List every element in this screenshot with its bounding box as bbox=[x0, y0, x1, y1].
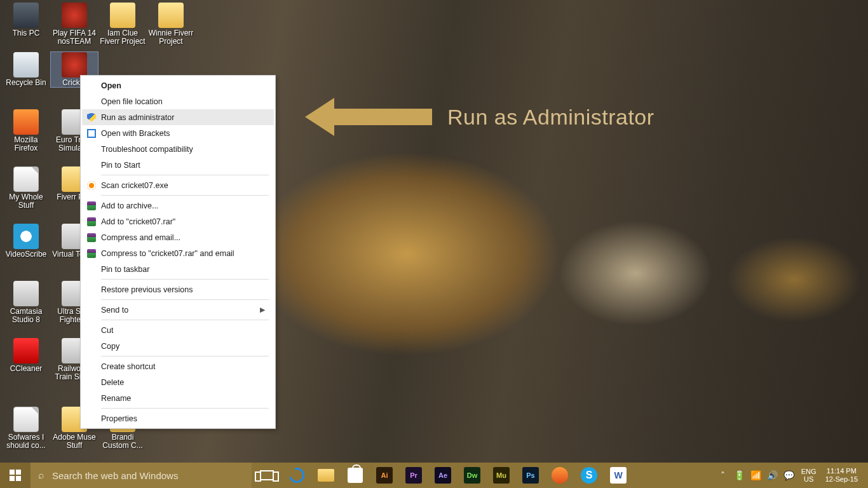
system-tray: ˄ 🔋 📶 🔊 💬 ENG US 11:14 PM 12-Sep-15 bbox=[715, 463, 868, 488]
folder-icon bbox=[318, 469, 334, 482]
app-icon bbox=[13, 224, 39, 249]
app-icon bbox=[62, 3, 87, 28]
winrar-icon bbox=[87, 249, 96, 258]
taskbar-illustrator[interactable]: Ai bbox=[370, 463, 399, 488]
desktop-icon[interactable]: This PC bbox=[3, 3, 50, 37]
desktop-icon[interactable]: Iam Clue Fiverr Project bbox=[99, 3, 146, 46]
taskbar-edge[interactable] bbox=[282, 463, 311, 488]
desktop-icon-label: CCleaner bbox=[3, 365, 50, 373]
desktop-icon[interactable]: Mozilla Firefox bbox=[3, 109, 50, 152]
ctx-run-as-administrator[interactable]: Run as administrator bbox=[82, 109, 274, 125]
ctx-compress-rar-and-email[interactable]: Compress to "cricket07.rar" and email bbox=[82, 245, 274, 261]
edge-icon bbox=[287, 465, 308, 486]
desktop-icon[interactable]: CCleaner bbox=[3, 338, 50, 373]
ctx-troubleshoot-compatibility[interactable]: Troubleshoot compatibility bbox=[82, 141, 274, 157]
app-icon bbox=[13, 52, 39, 78]
ctx-send-to[interactable]: Send to▶ bbox=[82, 302, 274, 318]
ctx-open[interactable]: Open bbox=[82, 78, 274, 93]
winrar-icon bbox=[87, 233, 96, 242]
ctx-scan[interactable]: Scan cricket07.exe bbox=[82, 177, 274, 193]
winrar-icon bbox=[87, 217, 96, 226]
ps-icon: Ps bbox=[522, 467, 539, 484]
skype-icon: S bbox=[581, 467, 597, 484]
ctx-properties[interactable]: Properties bbox=[82, 410, 274, 426]
tray-clock[interactable]: 11:14 PM 12-Sep-15 bbox=[820, 467, 863, 484]
desktop-icon[interactable]: Camtasia Studio 8 bbox=[3, 281, 50, 324]
desktop-icon-label: Adobe Muse Stuff bbox=[51, 433, 98, 450]
ctx-create-shortcut[interactable]: Create shortcut bbox=[82, 358, 274, 374]
tray-volume[interactable]: 🔊 bbox=[764, 463, 781, 488]
ctx-delete[interactable]: Delete bbox=[82, 374, 274, 390]
taskbar-file-explorer[interactable] bbox=[311, 463, 341, 488]
taskbar-after-effects[interactable]: Ae bbox=[428, 463, 458, 488]
context-menu: Open Open file location Run as administr… bbox=[80, 75, 276, 429]
taskbar-skype[interactable]: S bbox=[574, 463, 604, 488]
chevron-up-icon: ˄ bbox=[721, 470, 725, 480]
desktop-icon[interactable]: My Whole Stuff bbox=[3, 166, 50, 210]
notifications-icon: 💬 bbox=[783, 470, 794, 480]
ctx-cut[interactable]: Cut bbox=[82, 322, 274, 338]
shield-icon bbox=[87, 113, 96, 122]
search-placeholder: Search the web and Windows bbox=[52, 470, 178, 481]
taskbar-photoshop[interactable]: Ps bbox=[516, 463, 545, 488]
desktop-icon-label: Camtasia Studio 8 bbox=[3, 308, 50, 324]
ctx-rename[interactable]: Rename bbox=[82, 390, 274, 406]
desktop-icon[interactable]: Winnie Fiverr Project bbox=[147, 3, 194, 46]
ctx-add-to-archive[interactable]: Add to archive... bbox=[82, 198, 274, 214]
desktop-icon-label: VideoScribe bbox=[3, 250, 50, 259]
ctx-add-to-rar[interactable]: Add to "cricket07.rar" bbox=[82, 214, 274, 229]
ctx-compress-and-email[interactable]: Compress and email... bbox=[82, 229, 274, 245]
word-icon: W bbox=[610, 467, 627, 484]
tray-language[interactable]: ENG US bbox=[797, 468, 820, 483]
ctx-restore-previous-versions[interactable]: Restore previous versions bbox=[82, 281, 274, 297]
taskbar-apps: Ai Pr Ae Dw Mu Ps S W bbox=[282, 463, 633, 488]
speaker-icon: 🔊 bbox=[767, 470, 778, 480]
winrar-icon bbox=[87, 201, 96, 210]
taskbar-premiere[interactable]: Pr bbox=[399, 463, 428, 488]
app-icon bbox=[62, 52, 87, 78]
desktop-icon[interactable]: Sofwares I should co... bbox=[3, 407, 50, 450]
ai-icon: Ai bbox=[376, 467, 393, 484]
taskbar-store[interactable] bbox=[341, 463, 370, 488]
desktop-icon-label: Recycle Bin bbox=[3, 79, 50, 87]
desktop-icon-label: This PC bbox=[3, 29, 50, 37]
app-icon bbox=[13, 281, 39, 306]
desktop-icon-label: My Whole Stuff bbox=[3, 193, 50, 210]
battery-icon: 🔋 bbox=[734, 470, 745, 480]
taskbar: ⌕ Search the web and Windows Ai Pr Ae Dw… bbox=[0, 463, 868, 488]
tray-network[interactable]: 📶 bbox=[748, 463, 764, 488]
start-button[interactable] bbox=[0, 463, 31, 488]
taskbar-muse[interactable]: Mu bbox=[487, 463, 516, 488]
ctx-copy[interactable]: Copy bbox=[82, 338, 274, 354]
tray-battery[interactable]: 🔋 bbox=[731, 463, 748, 488]
ctx-pin-to-taskbar[interactable]: Pin to taskbar bbox=[82, 261, 274, 277]
annotation-text: Run as Administrator bbox=[447, 105, 654, 130]
ctx-open-file-location[interactable]: Open file location bbox=[82, 93, 274, 109]
firefox-icon bbox=[552, 467, 568, 484]
task-view-button[interactable] bbox=[252, 463, 282, 488]
tray-action-center[interactable]: 💬 bbox=[781, 463, 797, 488]
tray-overflow[interactable]: ˄ bbox=[715, 463, 731, 488]
app-icon bbox=[13, 407, 39, 432]
desktop-icon[interactable]: Recycle Bin bbox=[3, 52, 50, 87]
desktop-icon[interactable]: VideoScribe bbox=[3, 224, 50, 259]
taskbar-word[interactable]: W bbox=[604, 463, 633, 488]
brackets-icon bbox=[87, 129, 96, 138]
desktop-icon[interactable]: Play FIFA 14 nosTEAM bbox=[51, 3, 98, 46]
windows-icon bbox=[10, 470, 21, 481]
ctx-pin-to-start[interactable]: Pin to Start bbox=[82, 157, 274, 173]
desktop-icon-label: Brandi Custom C... bbox=[99, 433, 146, 450]
store-icon bbox=[348, 468, 363, 483]
app-icon bbox=[13, 166, 39, 192]
desktop-icon-label: Iam Clue Fiverr Project bbox=[99, 29, 146, 46]
wifi-icon: 📶 bbox=[750, 470, 761, 480]
arrow-left-icon bbox=[305, 98, 432, 136]
desktop[interactable]: This PCPlay FIFA 14 nosTEAMIam Clue Five… bbox=[0, 0, 868, 488]
avast-icon bbox=[87, 181, 96, 190]
annotation: Run as Administrator bbox=[305, 98, 654, 136]
taskbar-dreamweaver[interactable]: Dw bbox=[458, 463, 487, 488]
ctx-open-with-brackets[interactable]: Open with Brackets bbox=[82, 125, 274, 141]
search-box[interactable]: ⌕ Search the web and Windows bbox=[31, 463, 252, 488]
taskbar-firefox[interactable] bbox=[545, 463, 574, 488]
dw-icon: Dw bbox=[464, 467, 480, 484]
